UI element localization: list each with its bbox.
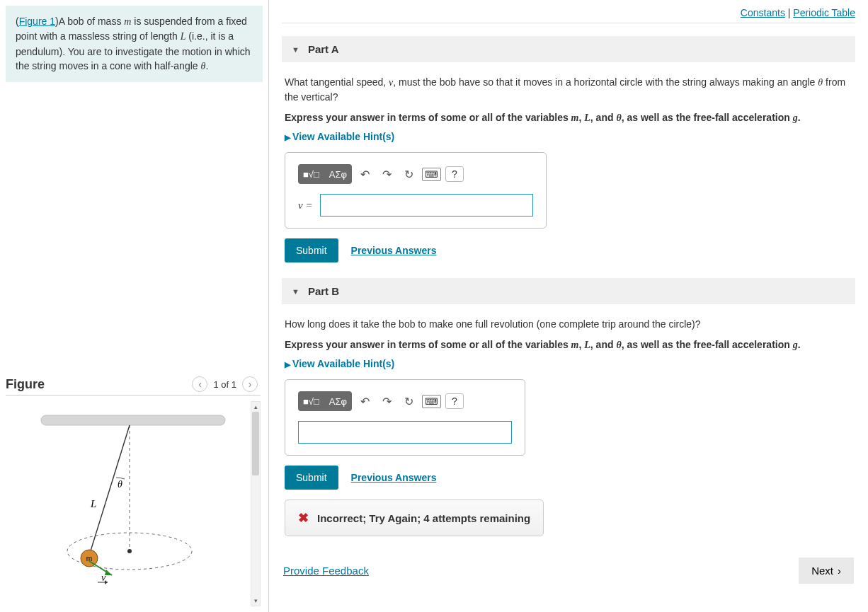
figure-area: m L θ v ▴ ▾ — [6, 401, 261, 606]
part-a-hints-toggle[interactable]: View Available Hint(s) — [285, 131, 852, 142]
redo-icon[interactable]: ↷ — [378, 168, 396, 181]
figure-link[interactable]: Figure 1 — [19, 16, 55, 27]
help-button[interactable]: ? — [445, 166, 464, 182]
top-links: Constants | Periodic Table — [282, 7, 855, 23]
var-m: m — [124, 16, 131, 27]
greek-button[interactable]: ΑΣφ — [324, 391, 352, 411]
reset-icon[interactable]: ↻ — [400, 168, 418, 181]
pendulum-figure: m L θ v — [6, 401, 246, 599]
part-b-answer-input[interactable] — [298, 421, 512, 444]
figure-next-button[interactable]: › — [242, 376, 258, 392]
part-b-feedback: ✖ Incorrect; Try Again; 4 attempts remai… — [285, 500, 544, 536]
part-a-express: Express your answer in terms of some or … — [285, 112, 852, 124]
label-L: L — [90, 498, 96, 509]
part-b-express: Express your answer in terms of some or … — [285, 339, 852, 351]
redo-icon[interactable]: ↷ — [378, 395, 396, 408]
part-b-header[interactable]: ▼ Part B — [282, 278, 855, 304]
scroll-thumb[interactable] — [252, 412, 259, 475]
keyboard-icon[interactable]: ⌨ — [422, 395, 441, 408]
eq-label-v: v = — [298, 200, 313, 212]
undo-icon[interactable]: ↶ — [356, 395, 374, 408]
figure-prev-button[interactable]: ‹ — [192, 376, 207, 392]
scroll-up-icon[interactable]: ▴ — [251, 402, 260, 412]
figure-counter: 1 of 1 — [213, 379, 236, 390]
reset-icon[interactable]: ↻ — [400, 395, 418, 408]
svg-line-4 — [89, 425, 130, 555]
text-end: . — [205, 60, 208, 71]
svg-rect-0 — [41, 415, 225, 425]
svg-marker-8 — [105, 570, 112, 575]
part-a-title: Part A — [308, 43, 339, 55]
collapse-icon: ▼ — [292, 287, 299, 296]
part-a-submit-button[interactable]: Submit — [285, 238, 338, 262]
collapse-icon: ▼ — [292, 45, 299, 54]
part-a-answer-box: ■√□ ΑΣφ ↶ ↷ ↻ ⌨ ? v = — [285, 152, 547, 229]
svg-marker-10 — [105, 580, 108, 584]
keyboard-icon[interactable]: ⌨ — [422, 168, 441, 181]
part-b-answer-box: ■√□ ΑΣφ ↶ ↷ ↻ ⌨ ? — [285, 379, 525, 456]
chevron-right-icon: › — [838, 565, 841, 577]
greek-button[interactable]: ΑΣφ — [324, 164, 352, 184]
figure-scrollbar[interactable]: ▴ ▾ — [251, 401, 261, 606]
templates-button[interactable]: ■√□ — [298, 391, 324, 411]
figure-header: Figure ‹ 1 of 1 › — [6, 371, 261, 396]
incorrect-icon: ✖ — [298, 510, 309, 526]
provide-feedback-link[interactable]: Provide Feedback — [283, 565, 369, 577]
help-button[interactable]: ? — [445, 393, 464, 409]
svg-point-3 — [127, 549, 132, 553]
sep: | — [785, 7, 793, 18]
feedback-text: Incorrect; Try Again; 4 attempts remaini… — [317, 512, 530, 524]
figure-heading: Figure — [6, 377, 45, 392]
paren-text: )A bob of mass — [55, 16, 124, 27]
label-theta: θ — [118, 479, 122, 490]
part-b-submit-button[interactable]: Submit — [285, 466, 338, 490]
part-a-answer-input[interactable] — [320, 194, 533, 216]
part-a-previous-answers-link[interactable]: Previous Answers — [351, 245, 437, 256]
problem-statement: (Figure 1)A bob of mass m is suspended f… — [6, 6, 263, 82]
next-button[interactable]: Next › — [799, 558, 854, 584]
constants-link[interactable]: Constants — [741, 7, 785, 18]
part-b-title: Part B — [308, 285, 339, 297]
templates-button[interactable]: ■√□ — [298, 164, 324, 184]
next-label: Next — [811, 565, 833, 577]
undo-icon[interactable]: ↶ — [356, 168, 374, 181]
part-b-previous-answers-link[interactable]: Previous Answers — [351, 472, 437, 483]
part-b-question: How long does it take the bob to make on… — [285, 317, 852, 332]
periodic-table-link[interactable]: Periodic Table — [793, 7, 855, 18]
part-b-hints-toggle[interactable]: View Available Hint(s) — [285, 358, 852, 369]
part-a-header[interactable]: ▼ Part A — [282, 36, 855, 62]
part-a-question: What tangential speed, v, must the bob h… — [285, 75, 852, 105]
scroll-down-icon[interactable]: ▾ — [251, 596, 260, 606]
